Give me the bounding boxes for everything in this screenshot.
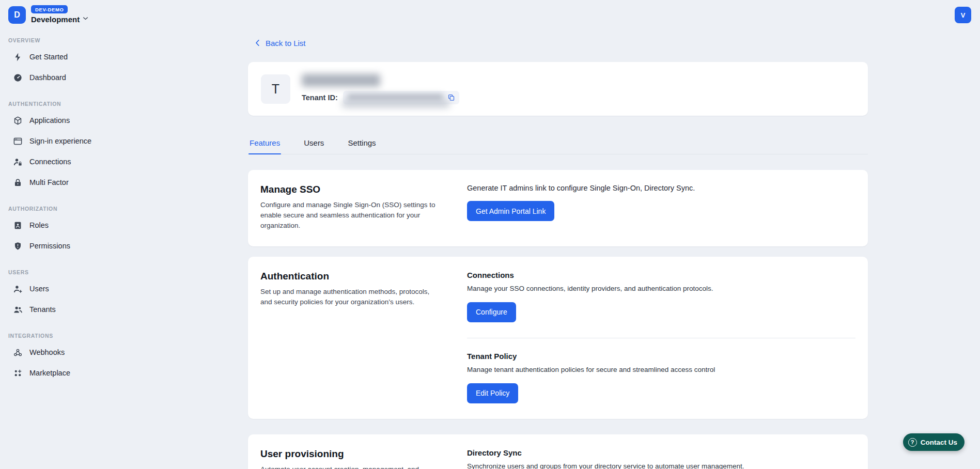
section-heading: Directory Sync bbox=[467, 448, 855, 457]
copy-icon[interactable] bbox=[447, 93, 455, 101]
sidebar-item-label: Multi Factor bbox=[29, 178, 69, 186]
user-lock-icon bbox=[12, 157, 23, 167]
sidebar-item-dashboard[interactable]: Dashboard bbox=[8, 67, 124, 88]
tenant-header-card: T Tenant ID: bbox=[248, 62, 868, 116]
contact-us-button[interactable]: ? Contact Us bbox=[903, 433, 965, 451]
sidebar-section-integrations: Integrations bbox=[8, 333, 124, 339]
tab-bar: Features Users Settings bbox=[248, 135, 868, 154]
cube-icon bbox=[12, 115, 23, 126]
back-to-list-label: Back to List bbox=[266, 39, 306, 48]
authentication-card: Authentication Set up and manage authent… bbox=[248, 257, 868, 419]
card-description: Automate user account creation, manageme… bbox=[260, 464, 436, 469]
sidebar-item-label: Users bbox=[29, 285, 49, 293]
sidebar-item-label: Roles bbox=[29, 221, 49, 229]
get-admin-portal-link-button[interactable]: Get Admin Portal Link bbox=[467, 201, 554, 221]
sidebar-item-roles[interactable]: Roles bbox=[8, 215, 124, 236]
browser-window-icon bbox=[12, 136, 23, 146]
sidebar-section-authorization: Authorization bbox=[8, 206, 124, 212]
card-title: Authentication bbox=[260, 271, 436, 282]
tab-settings[interactable]: Settings bbox=[347, 135, 377, 154]
user-provisioning-card: User provisioning Automate user account … bbox=[248, 434, 868, 469]
sidebar-item-get-started[interactable]: Get Started bbox=[8, 46, 124, 67]
sidebar-item-label: Get Started bbox=[29, 53, 68, 61]
section-heading: Connections bbox=[467, 271, 855, 279]
tenant-avatar: T bbox=[261, 74, 290, 104]
org-logo-letter: D bbox=[14, 10, 20, 20]
tab-users[interactable]: Users bbox=[303, 135, 325, 154]
tenant-name-redacted bbox=[302, 74, 380, 87]
chevron-down-icon bbox=[82, 14, 89, 24]
section-description: Manage your SSO connections, identity pr… bbox=[467, 285, 855, 292]
sidebar-item-label: Sign-in experience bbox=[29, 137, 91, 145]
contact-us-label: Contact Us bbox=[921, 439, 957, 446]
sidebar-item-users[interactable]: Users bbox=[8, 278, 124, 299]
card-title: User provisioning bbox=[260, 448, 436, 460]
tenant-id-redacted-blur bbox=[342, 101, 449, 107]
lightning-icon bbox=[12, 52, 23, 62]
section-divider bbox=[467, 338, 855, 338]
card-title: Manage SSO bbox=[260, 184, 436, 195]
sidebar: D DEV-DEMO Development Overview Get Star… bbox=[0, 0, 132, 469]
org-logo: D bbox=[8, 6, 26, 24]
sidebar-item-label: Connections bbox=[29, 158, 71, 166]
sidebar-item-webhooks[interactable]: Webhooks bbox=[8, 342, 124, 363]
sidebar-item-label: Permissions bbox=[29, 242, 70, 250]
main-content: Back to List T Tenant ID: bbox=[132, 0, 980, 469]
sidebar-item-applications[interactable]: Applications bbox=[8, 110, 124, 131]
sidebar-item-permissions[interactable]: Permissions bbox=[8, 236, 124, 256]
section-description: Synchronize users and groups from your d… bbox=[467, 462, 855, 469]
sidebar-item-tenants[interactable]: Tenants bbox=[8, 299, 124, 320]
user-plus-icon bbox=[12, 284, 23, 294]
section-heading: Tenant Policy bbox=[467, 352, 855, 361]
edit-policy-button[interactable]: Edit Policy bbox=[467, 383, 518, 403]
tenant-id-label: Tenant ID: bbox=[302, 93, 338, 102]
sidebar-item-connections[interactable]: Connections bbox=[8, 151, 124, 172]
chevron-left-icon bbox=[253, 38, 262, 48]
card-description: Configure and manage Single Sign-On (SSO… bbox=[260, 200, 436, 231]
sidebar-section-authentication: Authentication bbox=[8, 101, 124, 107]
card-description: Set up and manage authentication methods… bbox=[260, 287, 436, 307]
env-badge: DEV-DEMO bbox=[31, 5, 68, 13]
webhook-icon bbox=[12, 347, 23, 357]
gauge-icon bbox=[12, 72, 23, 83]
org-switcher[interactable]: D DEV-DEMO Development bbox=[8, 5, 124, 24]
section-description: Manage tenant authentication policies fo… bbox=[467, 366, 855, 373]
org-name: Development bbox=[31, 15, 80, 24]
grid-plus-icon bbox=[12, 368, 23, 378]
question-circle-icon: ? bbox=[908, 438, 917, 447]
sidebar-item-label: Tenants bbox=[29, 305, 56, 314]
sidebar-item-label: Applications bbox=[29, 116, 70, 124]
section-description: Generate IT admins link to configure Sin… bbox=[467, 184, 855, 192]
shield-icon bbox=[12, 241, 23, 251]
back-to-list-link[interactable]: Back to List bbox=[253, 38, 306, 48]
tenant-id-redacted bbox=[347, 94, 443, 101]
sidebar-item-label: Marketplace bbox=[29, 369, 70, 377]
sidebar-item-label: Webhooks bbox=[29, 348, 65, 356]
sidebar-section-overview: Overview bbox=[8, 37, 124, 43]
manage-sso-card: Manage SSO Configure and manage Single S… bbox=[248, 170, 868, 246]
tenant-avatar-letter: T bbox=[272, 82, 279, 97]
users-icon bbox=[12, 304, 23, 315]
id-badge-icon bbox=[12, 220, 23, 230]
tab-features[interactable]: Features bbox=[248, 135, 281, 154]
sidebar-item-marketplace[interactable]: Marketplace bbox=[8, 363, 124, 383]
configure-button[interactable]: Configure bbox=[467, 302, 516, 322]
sidebar-item-multi-factor[interactable]: Multi Factor bbox=[8, 172, 124, 193]
sidebar-section-users: Users bbox=[8, 269, 124, 275]
sidebar-item-sign-in-experience[interactable]: Sign-in experience bbox=[8, 131, 124, 151]
lock-icon bbox=[12, 177, 23, 187]
sidebar-item-label: Dashboard bbox=[29, 73, 66, 82]
